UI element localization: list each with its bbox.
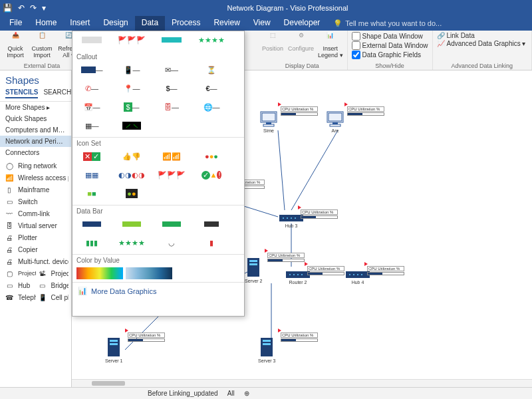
- custom-import-button[interactable]: 📋Custom Import: [31, 32, 53, 59]
- link-data-button[interactable]: 🔗Link Data: [437, 32, 526, 39]
- sheet-tab[interactable]: Before Linking_updated: [148, 390, 218, 397]
- node-server-3[interactable]: Server 3: [258, 336, 275, 363]
- save-icon[interactable]: 💾: [3, 3, 13, 13]
- tab-view[interactable]: View: [247, 16, 277, 31]
- dg-callout-chip[interactable]: ▦—: [75, 118, 108, 133]
- quick-shapes-category[interactable]: Quick Shapes: [0, 113, 71, 124]
- tab-data[interactable]: Data: [135, 16, 165, 31]
- dg-icon-wifi[interactable]: 📶📶: [155, 149, 188, 164]
- tab-review[interactable]: Review: [207, 16, 246, 31]
- stencil-virtual-server[interactable]: 🗄Virtual server: [3, 219, 68, 231]
- position-button[interactable]: ⬚Position: [261, 32, 284, 52]
- undo-icon[interactable]: ↶: [18, 3, 25, 13]
- advanced-data-graphics-button[interactable]: 📈Advanced Data Graphics ▾: [437, 40, 526, 47]
- dg-icon-pies[interactable]: ◐◑◐◑: [115, 168, 148, 182]
- insert-legend-button[interactable]: 📊Insert Legend ▾: [318, 32, 343, 59]
- dg-section-iconset: Icon Set ✕✓ 👍👎 📶📶 ●●● ▦▦ ◐◑◐◑ 🚩🚩🚩 ✓▲! ■■…: [72, 138, 244, 205]
- dg-callout-euro[interactable]: €—: [195, 81, 228, 96]
- stencil-bridge[interactable]: ▭Bridge: [36, 279, 69, 291]
- svg-rect-51: [249, 263, 257, 265]
- add-page-button[interactable]: ⊕: [244, 390, 249, 397]
- stencil-hub[interactable]: ▭Hub: [3, 279, 36, 291]
- tab-insert[interactable]: Insert: [63, 16, 96, 31]
- shape-data-window-checkbox[interactable]: Shape Data Window: [352, 32, 428, 41]
- stencil-wireless-ap[interactable]: 📶Wireless access point: [3, 172, 68, 184]
- tab-developer[interactable]: Developer: [277, 16, 327, 31]
- stencil-switch[interactable]: ▭Switch: [3, 196, 68, 207]
- tell-me-search[interactable]: 💡 Tell me what you want to do...: [327, 16, 448, 31]
- dg-callout-pin[interactable]: 📍—: [115, 81, 148, 96]
- scrollbar-thumb[interactable]: [92, 381, 125, 386]
- node-server-1[interactable]: Server 1: [105, 336, 122, 363]
- stencil-mainframe[interactable]: ▯Mainframe: [3, 184, 68, 196]
- quick-import-button[interactable]: 📥Quick Import: [4, 32, 27, 59]
- node-server-2[interactable]: Server 2: [245, 257, 262, 283]
- dg-callout-phone[interactable]: 📱—: [115, 63, 148, 77]
- dg-bar-gauge[interactable]: ◡: [155, 235, 188, 250]
- dg-bar-1[interactable]: [75, 217, 108, 231]
- dg-icon-dark[interactable]: ●●: [115, 186, 148, 201]
- more-shapes-category[interactable]: More Shapes ▸: [0, 102, 71, 113]
- dg-color-blues[interactable]: [126, 267, 172, 279]
- stencil-telephone[interactable]: ☎Telephone: [3, 291, 36, 303]
- stencil-ring-network[interactable]: ◯Ring network: [3, 160, 68, 172]
- stencil-copier[interactable]: 🖨Copier: [3, 243, 68, 255]
- more-data-graphics-button[interactable]: 📊 More Data Graphics: [72, 283, 244, 299]
- data-graphics-gallery[interactable]: 🚩🚩🚩 ★★★★ Callout — 📱— ✉— ⏳ ✆— 📍— $— €— 📅…: [72, 31, 245, 317]
- computers-category[interactable]: Computers and Monitors: [0, 124, 71, 136]
- dg-callout-globe[interactable]: 🌐—: [195, 100, 228, 114]
- svg-point-54: [293, 274, 295, 275]
- dg-icon-thumbs[interactable]: 👍👎: [115, 149, 148, 164]
- dg-icon-signs[interactable]: ✓▲!: [195, 168, 228, 182]
- dg-callout-phone2[interactable]: ✆—: [75, 81, 108, 96]
- all-pages-tab[interactable]: All: [227, 390, 235, 397]
- dg-callout-text[interactable]: —: [75, 63, 108, 77]
- tab-file[interactable]: File: [3, 16, 29, 31]
- dg-callout-dollar[interactable]: $—: [155, 81, 188, 96]
- dg-callout-db[interactable]: 🗄—: [155, 100, 188, 114]
- stencil-multifunc[interactable]: 🖨Multi-funct. device: [3, 255, 68, 267]
- dg-item[interactable]: [75, 33, 108, 47]
- stencil-comm-link[interactable]: 〰Comm-link: [3, 207, 68, 219]
- configure-button[interactable]: ⚙Configure: [288, 32, 314, 52]
- stencil-projector-screen[interactable]: ▢Projector Screen: [3, 267, 36, 279]
- dg-bar-4[interactable]: [195, 217, 228, 231]
- node-sime[interactable]: Sime: [258, 110, 279, 133]
- stencil-projector[interactable]: 📽Projector: [36, 267, 69, 279]
- redo-icon[interactable]: ↷: [30, 3, 37, 13]
- stencils-tab[interactable]: STENCILS: [5, 88, 38, 98]
- network-peripherals-category[interactable]: Network and Peripherals: [0, 136, 71, 147]
- dg-callout-calendar[interactable]: 📅—: [75, 100, 108, 114]
- external-data-window-checkbox[interactable]: External Data Window: [352, 41, 428, 50]
- stencil-plotter[interactable]: 🖨Plotter: [3, 231, 68, 243]
- dg-bar-2[interactable]: [115, 217, 148, 231]
- node-are[interactable]: Are: [325, 110, 346, 133]
- tab-process[interactable]: Process: [165, 16, 207, 31]
- dg-icon-grid[interactable]: ▦▦: [75, 168, 108, 182]
- dg-callout-hourglass[interactable]: ⏳: [195, 63, 228, 77]
- tab-home[interactable]: Home: [29, 16, 63, 31]
- dg-icon-squares[interactable]: ■■: [75, 186, 108, 201]
- dg-icon-dots[interactable]: ●●●: [195, 149, 228, 164]
- search-tab[interactable]: SEARCH: [43, 88, 71, 98]
- dg-item[interactable]: ★★★★: [195, 33, 228, 47]
- dg-callout-mail[interactable]: ✉—: [155, 63, 188, 77]
- connectors-category[interactable]: Connectors: [0, 147, 71, 158]
- stencil-cellphone[interactable]: 📱Cell phone: [36, 291, 69, 303]
- dg-bar-thermo[interactable]: ▮: [195, 235, 228, 250]
- dg-color-rainbow[interactable]: [76, 267, 123, 279]
- ribbon-group-display-data: ⬚Position ⚙Configure 📊Insert Legend ▾ Di…: [257, 31, 348, 70]
- dg-callout-money[interactable]: $—: [115, 100, 148, 114]
- dg-bar-3[interactable]: [155, 217, 188, 231]
- dg-icon-flags[interactable]: 🚩🚩🚩: [155, 168, 188, 182]
- tab-design[interactable]: Design: [96, 16, 134, 31]
- dg-bar-stars[interactable]: ★★★★: [115, 235, 148, 250]
- ribbon-group-show-hide: Shape Data Window External Data Window D…: [348, 31, 433, 70]
- dg-item[interactable]: [155, 33, 188, 47]
- horizontal-scrollbar[interactable]: [72, 379, 532, 387]
- dg-item[interactable]: 🚩🚩🚩: [115, 33, 148, 47]
- dg-bar-stacked[interactable]: ▮▮▮: [75, 235, 108, 250]
- dg-icon-xmark[interactable]: ✕✓: [75, 149, 108, 164]
- data-graphic-fields-checkbox[interactable]: Data Graphic Fields: [352, 51, 428, 59]
- dg-callout-pulse[interactable]: ⟋⟍: [115, 118, 148, 133]
